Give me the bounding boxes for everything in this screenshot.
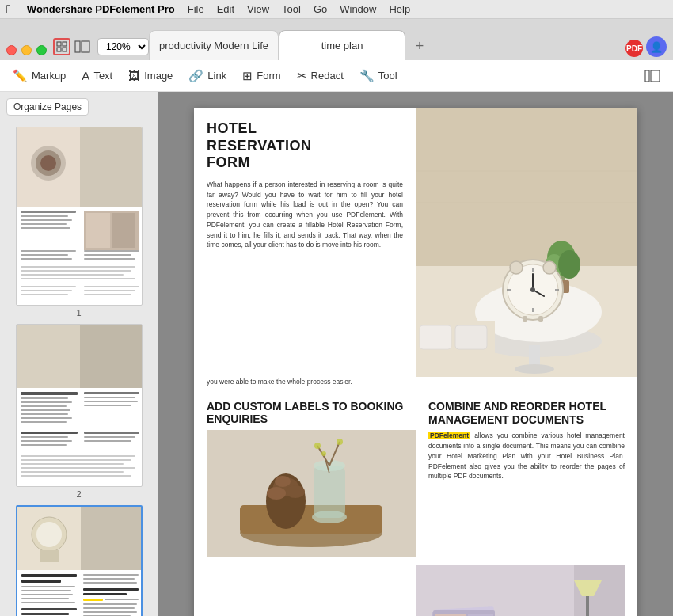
- menu-view[interactable]: View: [247, 3, 269, 15]
- svg-rect-32: [21, 290, 72, 291]
- add-custom-title: ADD CUSTOM LABELS TO BOOKING ENQUIRIES: [207, 400, 416, 425]
- menu-bar:  Wondershare PDFelement Pro File Edit V…: [0, 0, 673, 19]
- svg-rect-1: [63, 42, 67, 46]
- svg-rect-58: [84, 440, 131, 442]
- svg-rect-26: [84, 258, 135, 260]
- svg-rect-40: [21, 392, 78, 395]
- image-icon: 🖼: [128, 69, 140, 82]
- tab-productivity[interactable]: productivity Modern Life: [149, 30, 279, 60]
- svg-rect-28: [21, 270, 131, 272]
- add-tab-button[interactable]: +: [409, 35, 431, 57]
- page-thumb-1[interactable]: 1: [6, 127, 151, 318]
- text-button[interactable]: A Text: [82, 69, 112, 82]
- svg-rect-115: [523, 316, 527, 322]
- close-button[interactable]: [6, 45, 17, 55]
- svg-rect-84: [83, 578, 135, 580]
- svg-point-114: [543, 261, 556, 274]
- svg-point-109: [558, 250, 580, 279]
- view-controls: [53, 38, 91, 55]
- svg-rect-44: [21, 409, 70, 411]
- svg-point-133: [286, 485, 305, 498]
- link-button[interactable]: 🔗 Link: [188, 69, 226, 83]
- menu-help[interactable]: Help: [389, 3, 410, 15]
- svg-rect-71: [21, 574, 77, 577]
- markup-button[interactable]: ✏️ Markup: [13, 69, 66, 83]
- zoom-selector[interactable]: 120% 100% 150%: [97, 38, 149, 55]
- hotel-image: [416, 108, 637, 377]
- svg-point-134: [275, 476, 291, 487]
- tab-timeplan-label: time plan: [321, 40, 363, 51]
- cover-images: [416, 565, 625, 616]
- text-icon: A: [82, 69, 89, 82]
- menu-window[interactable]: Window: [340, 3, 376, 15]
- svg-rect-46: [21, 417, 72, 419]
- menu-edit[interactable]: Edit: [217, 3, 234, 15]
- svg-rect-73: [21, 586, 75, 587]
- svg-rect-76: [21, 598, 69, 599]
- main-toolbar: ✏️ Markup A Text 🖼 Image 🔗 Link ⊞ Form ✂…: [0, 60, 673, 92]
- svg-rect-50: [84, 401, 138, 402]
- hotel-form-title: HOTELRESERVATIONFORM: [207, 120, 403, 172]
- page-thumb-2[interactable]: 2: [6, 324, 151, 499]
- combine-body: PDFelement allows you combine various ho…: [428, 431, 625, 481]
- svg-rect-74: [21, 590, 71, 591]
- organize-pages-label: Organize Pages: [6, 98, 89, 116]
- menu-go[interactable]: Go: [314, 3, 327, 15]
- svg-rect-34: [84, 286, 139, 287]
- svg-rect-3: [63, 48, 67, 51]
- svg-rect-79: [21, 613, 69, 615]
- redact-button[interactable]: ✂ Redact: [297, 69, 344, 83]
- svg-rect-90: [83, 603, 137, 605]
- svg-point-68: [36, 522, 62, 547]
- apple-menu[interactable]: : [6, 2, 11, 17]
- grid-view-icon[interactable]: [53, 38, 70, 55]
- menu-file[interactable]: File: [188, 3, 204, 15]
- menu-tool[interactable]: Tool: [282, 3, 301, 15]
- svg-point-119: [530, 287, 535, 292]
- svg-rect-61: [21, 463, 124, 465]
- tool-icon: 🔧: [359, 69, 375, 83]
- svg-rect-72: [21, 580, 61, 583]
- tabs-container: productivity Modern Life time plan + PDF…: [149, 30, 667, 60]
- svg-rect-4: [75, 41, 80, 52]
- thumb-img-2[interactable]: [16, 324, 143, 487]
- svg-rect-55: [21, 444, 67, 446]
- thumb-img-1[interactable]: [16, 127, 143, 306]
- svg-rect-19: [86, 213, 110, 248]
- svg-rect-35: [84, 290, 135, 291]
- svg-rect-86: [83, 588, 139, 591]
- right-continuation-text: you were able to make the whole process …: [194, 377, 637, 392]
- svg-rect-52: [21, 432, 78, 434]
- svg-rect-69: [40, 550, 59, 562]
- thumb-img-3[interactable]: [16, 505, 143, 616]
- tab-timeplan[interactable]: time plan: [279, 30, 405, 60]
- custom-labels-section: ADD CUSTOM LABELS TO BOOKING ENQUIRIES: [207, 392, 416, 557]
- tool-button[interactable]: 🔧 Tool: [359, 69, 397, 83]
- page-sidebar: Organize Pages: [0, 92, 158, 616]
- combine-section: ADD CUSTOM LABELS TO BOOKING ENQUIRIES: [194, 392, 637, 616]
- minimize-button[interactable]: [21, 45, 32, 55]
- svg-point-113: [510, 261, 523, 274]
- panel-toggle[interactable]: [644, 70, 660, 82]
- svg-rect-78: [21, 608, 77, 610]
- redact-label: Redact: [311, 70, 344, 82]
- svg-rect-126: [455, 325, 487, 349]
- maximize-button[interactable]: [36, 45, 47, 55]
- form-button[interactable]: ⊞ Form: [242, 69, 280, 83]
- svg-rect-16: [21, 223, 67, 225]
- page-number-1: 1: [76, 308, 81, 318]
- svg-rect-62: [21, 467, 135, 469]
- svg-rect-21: [21, 250, 76, 252]
- svg-rect-9: [80, 127, 143, 207]
- svg-rect-60: [21, 459, 131, 461]
- app-name[interactable]: Wondershare PDFelement Pro: [27, 3, 175, 15]
- panel-view-icon[interactable]: [74, 38, 91, 55]
- svg-rect-129: [240, 505, 382, 534]
- user-avatar[interactable]: 👤: [646, 36, 667, 57]
- page-top-section: HOTELRESERVATIONFORM What happens if a p…: [194, 108, 637, 377]
- redact-icon: ✂: [297, 69, 307, 83]
- page-thumb-3[interactable]: 3: [6, 505, 151, 616]
- svg-rect-41: [21, 397, 68, 399]
- document-area[interactable]: HOTELRESERVATIONFORM What happens if a p…: [158, 92, 673, 616]
- image-button[interactable]: 🖼 Image: [128, 69, 173, 82]
